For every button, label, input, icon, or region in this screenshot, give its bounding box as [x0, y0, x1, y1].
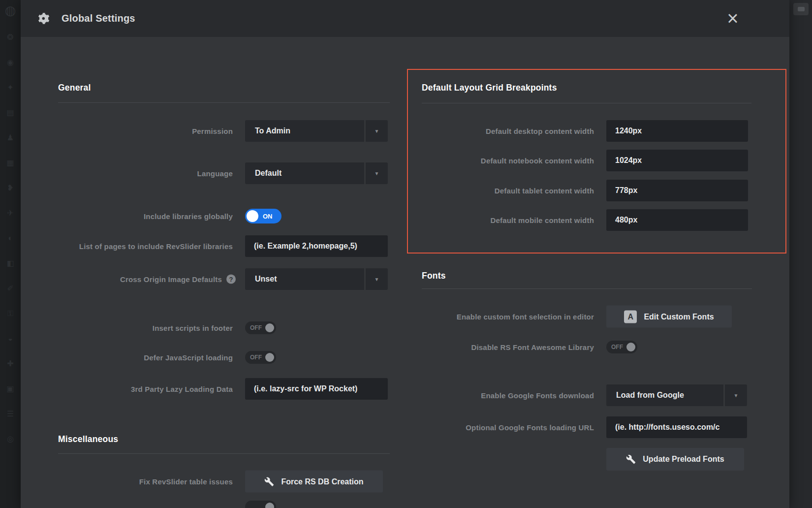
- chevron-down-icon: ▼: [366, 268, 388, 290]
- posts-icon: ▦: [6, 158, 14, 168]
- page: ◍ ❂ ◉ ✦ ▤ ♟ ▦ ❥ ✈ ◐ ◧ ✐ ⚿ ◒ ✚ ▣ ☰ ◎ Glob…: [0, 0, 812, 508]
- notebook-width-input[interactable]: [606, 150, 748, 171]
- divider: [422, 288, 752, 289]
- section-title-general: General: [58, 83, 91, 93]
- page-background: [789, 0, 812, 508]
- mobile-width-label: Default mobile content width: [404, 216, 594, 224]
- toggle-knob: [626, 343, 635, 351]
- media-icon: ◉: [7, 57, 14, 68]
- chevron-down-icon: ▼: [366, 120, 388, 142]
- settings-icon: ◎: [7, 434, 14, 444]
- font-a-icon: A: [624, 310, 637, 323]
- wrench-icon: [626, 454, 636, 464]
- language-value: Default: [245, 162, 364, 184]
- fonts-url-input[interactable]: [606, 416, 747, 438]
- insert-scripts-toggle[interactable]: OFF: [245, 321, 276, 334]
- toggle-state: ON: [263, 213, 273, 220]
- mobile-width-input[interactable]: [606, 209, 748, 231]
- fix-tables-label: Fix RevSlider table issues: [49, 477, 233, 486]
- custom-fonts-label: Enable custom font selection in editor: [404, 313, 594, 321]
- archive-icon: ▣: [6, 383, 14, 394]
- toggle-state: OFF: [250, 324, 262, 331]
- pages-icon: ▤: [6, 107, 14, 118]
- chevron-down-icon: ▼: [366, 162, 388, 184]
- permission-dropdown[interactable]: To Admin ▼: [245, 120, 388, 142]
- tablet-width-input[interactable]: [606, 180, 748, 201]
- cross-origin-label: Cross Origin Image Defaults: [120, 275, 222, 284]
- lazy-loading-label: 3rd Party Lazy Loading Data: [49, 385, 233, 393]
- wrench-icon: ✐: [7, 283, 13, 294]
- font-awesome-toggle[interactable]: OFF: [606, 341, 637, 353]
- toggle-knob: [247, 210, 258, 222]
- update-preload-fonts-label: Update Preload Fonts: [643, 455, 724, 464]
- wordpress-logo-icon: ◍: [5, 3, 16, 18]
- pages-list-label: List of pages to include RevSlider libra…: [49, 242, 233, 251]
- divider: [58, 453, 390, 454]
- fonts-url-label: Optional Google Fonts loading URL: [404, 423, 594, 432]
- divider: [58, 102, 390, 103]
- section-title-breakpoints: Default Layout Grid Breakpoints: [422, 83, 557, 93]
- toggle-knob: [265, 503, 274, 508]
- help-icon[interactable]: ?: [226, 275, 236, 284]
- folder-icon: ◧: [6, 258, 14, 269]
- google-fonts-value: Load from Google: [606, 384, 723, 406]
- permission-value: To Admin: [245, 120, 364, 142]
- defer-js-toggle[interactable]: OFF: [245, 351, 276, 364]
- update-preload-fonts-button[interactable]: Update Preload Fonts: [606, 448, 744, 471]
- users-icon: ♟: [7, 132, 14, 143]
- list-icon: ☰: [7, 409, 14, 419]
- pin-icon: ✦: [7, 82, 13, 93]
- gear-icon: [36, 12, 50, 25]
- pages-list-input[interactable]: [245, 235, 388, 257]
- plugins-icon: ❂: [7, 32, 13, 43]
- edit-custom-fonts-label: Edit Custom Fonts: [644, 312, 714, 321]
- key-icon: ⚿: [7, 308, 13, 319]
- cross-origin-dropdown[interactable]: Unset ▼: [245, 268, 388, 290]
- google-fonts-dropdown[interactable]: Load from Google ▼: [606, 384, 747, 406]
- font-awesome-label: Disable RS Font Awesome Library: [404, 343, 594, 351]
- profile-icon: ◒: [8, 333, 13, 344]
- lazy-loading-input[interactable]: [245, 378, 388, 400]
- section-title-miscellaneous: Miscellaneous: [58, 434, 118, 444]
- modal-title: Global Settings: [62, 0, 135, 37]
- include-libraries-toggle[interactable]: ON: [245, 209, 281, 223]
- tools-icon: ✈: [7, 208, 13, 219]
- cutoff-toggle[interactable]: [245, 501, 276, 508]
- desktop-width-input[interactable]: [606, 120, 748, 142]
- permission-label: Permission: [49, 127, 233, 135]
- section-title-fonts: Fonts: [422, 271, 446, 281]
- google-fonts-label: Enable Google Fonts download: [404, 391, 594, 400]
- force-db-creation-label: Force RS DB Creation: [281, 477, 363, 486]
- tablet-width-label: Default tablet content width: [404, 187, 594, 195]
- language-dropdown[interactable]: Default ▼: [245, 162, 388, 184]
- toggle-knob: [265, 353, 274, 362]
- wp-admin-sidebar: ◍ ❂ ◉ ✦ ▤ ♟ ▦ ❥ ✈ ◐ ◧ ✐ ⚿ ◒ ✚ ▣ ☰ ◎: [0, 0, 21, 508]
- close-icon[interactable]: ×: [720, 0, 745, 37]
- globe-icon: ◐: [8, 233, 13, 244]
- wrench-icon: [264, 476, 274, 486]
- notebook-width-label: Default notebook content width: [404, 157, 594, 165]
- chevron-down-icon: ▼: [725, 384, 747, 406]
- modal-header: [21, 0, 789, 37]
- force-db-creation-button[interactable]: Force RS DB Creation: [245, 471, 383, 493]
- comments-icon: ❥: [7, 183, 13, 193]
- cross-origin-value: Unset: [245, 268, 364, 290]
- toggle-state: OFF: [250, 354, 262, 361]
- include-libraries-label: Include libraries globally: [49, 212, 233, 221]
- desktop-width-label: Default desktop content width: [404, 127, 594, 135]
- language-label: Language: [49, 169, 233, 178]
- toggle-state: OFF: [611, 344, 623, 350]
- edit-custom-fonts-button[interactable]: A Edit Custom Fonts: [606, 306, 732, 328]
- divider: [422, 103, 751, 103]
- avatar: [798, 7, 805, 11]
- hammer-icon: ✚: [7, 358, 13, 369]
- defer-js-label: Defer JavaScript loading: [49, 353, 233, 362]
- cross-origin-label-row: Cross Origin Image Defaults ?: [49, 275, 236, 284]
- admin-bar-avatar[interactable]: [793, 3, 809, 15]
- toggle-knob: [265, 323, 274, 332]
- insert-scripts-label: Insert scripts in footer: [49, 324, 233, 332]
